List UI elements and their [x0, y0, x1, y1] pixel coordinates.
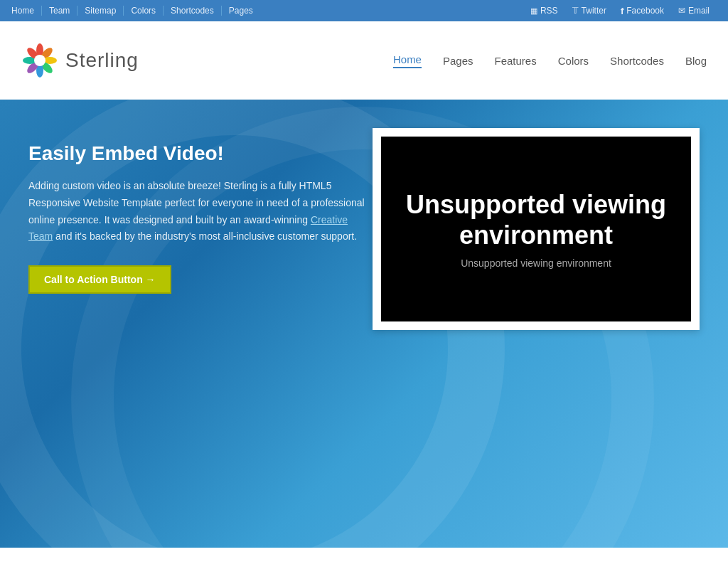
util-link-sitemap[interactable]: Sitemap — [77, 6, 124, 16]
video-unsupported-sub: Unsupported viewing environment — [461, 257, 611, 269]
hero-body: Adding custom video is an absolute breez… — [28, 178, 370, 245]
utility-bar: Home Team Sitemap Colors Shortcodes Page… — [0, 0, 728, 21]
util-link-shortcodes[interactable]: Shortcodes — [164, 6, 222, 16]
util-link-team[interactable]: Team — [42, 6, 77, 16]
nav-pages[interactable]: Pages — [443, 55, 473, 67]
util-link-colors[interactable]: Colors — [124, 6, 164, 16]
nav-colors[interactable]: Colors — [558, 55, 589, 67]
nav-links: Home Pages Features Colors Shortcodes Bl… — [393, 53, 707, 68]
facebook-label: Facebook — [626, 6, 664, 16]
twitter-label: Twitter — [582, 6, 606, 16]
nav-blog[interactable]: Blog — [685, 55, 707, 67]
utility-right-links: ▦ RSS 𝕋 Twitter f Facebook ✉ Email — [523, 6, 717, 16]
rss-link[interactable]: ▦ RSS — [523, 6, 565, 16]
cta-button[interactable]: Call to Action Button → — [28, 265, 171, 294]
logo-text: Sterling — [65, 49, 139, 72]
util-link-pages[interactable]: Pages — [222, 6, 260, 16]
creative-team-link[interactable]: Creative Team — [28, 214, 348, 243]
logo-icon — [21, 42, 58, 79]
svg-point-8 — [34, 55, 46, 66]
rss-icon: ▦ — [530, 6, 537, 16]
nav-features[interactable]: Features — [495, 55, 537, 67]
facebook-link[interactable]: f Facebook — [614, 6, 671, 16]
video-container: Unsupported viewing environment Unsuppor… — [373, 128, 700, 330]
email-link[interactable]: ✉ Email — [671, 6, 717, 16]
main-nav: Sterling Home Pages Features Colors Shor… — [0, 21, 728, 100]
nav-home[interactable]: Home — [393, 53, 422, 68]
logo[interactable]: Sterling — [21, 42, 139, 79]
nav-shortcodes[interactable]: Shortcodes — [610, 55, 664, 67]
video-box: Unsupported viewing environment Unsuppor… — [381, 137, 691, 321]
util-link-home[interactable]: Home — [11, 6, 42, 16]
video-unsupported-title: Unsupported viewing environment — [381, 189, 691, 250]
twitter-icon: 𝕋 — [572, 6, 579, 16]
utility-left-links: Home Team Sitemap Colors Shortcodes Page… — [11, 6, 260, 16]
twitter-link[interactable]: 𝕋 Twitter — [565, 6, 614, 16]
email-label: Email — [688, 6, 710, 16]
hero-content: Easily Embed Video! Adding custom video … — [28, 142, 370, 294]
facebook-icon: f — [621, 6, 623, 16]
hero-section: Easily Embed Video! Adding custom video … — [0, 100, 728, 548]
rss-label: RSS — [540, 6, 558, 16]
email-icon: ✉ — [678, 6, 685, 16]
hero-title: Easily Embed Video! — [28, 142, 370, 165]
